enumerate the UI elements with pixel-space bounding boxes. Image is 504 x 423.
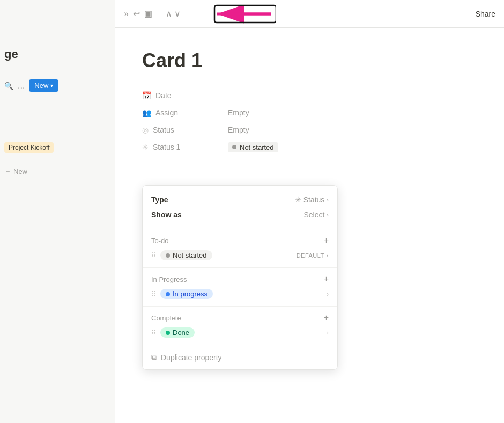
inprogress-group: In Progress + ⠿ In progress ›: [143, 268, 337, 307]
duplicate-icon: ⧉: [151, 353, 157, 362]
main-area: » ↩ ▣ ∧ ∨ Sha: [115, 0, 504, 423]
status1-icon: ✳: [142, 143, 149, 151]
status-property-dropdown: Type ✳ Status › Show as Select › To-do +: [142, 185, 338, 370]
duplicate-property-item[interactable]: ⧉ Duplicate property: [151, 349, 329, 365]
status-label-text: Status: [153, 126, 174, 134]
todo-group: To-do + ⠿ Not started DEFAULT ›: [143, 229, 337, 268]
property-assign: 👥 Assign Empty: [142, 104, 477, 121]
sidebar: ge 🔍 ... New ▾ Project Kickoff ＋ New: [0, 0, 115, 423]
new-button[interactable]: New ▾: [29, 79, 58, 92]
drag-handle-done-icon: ⠿: [151, 329, 156, 337]
inprogress-item[interactable]: ⠿ In progress ›: [143, 286, 337, 302]
show-as-value[interactable]: Select ›: [303, 210, 329, 219]
new-button-label: New: [34, 82, 48, 90]
complete-group: Complete + ⠿ Done ›: [143, 307, 337, 345]
default-chevron: ›: [327, 252, 329, 259]
status-type-icon: ✳: [295, 195, 301, 204]
done-dot: [166, 331, 170, 335]
complete-add-button[interactable]: +: [324, 313, 329, 323]
dropdown-type-section: Type ✳ Status › Show as Select ›: [143, 186, 337, 229]
complete-group-header: Complete +: [143, 311, 337, 325]
date-icon: 📅: [142, 91, 151, 100]
show-as-label: Show as: [151, 210, 182, 219]
property-date: 📅 Date: [142, 87, 477, 104]
done-pill: Done: [160, 327, 195, 338]
type-row: Type ✳ Status ›: [151, 192, 329, 207]
card-content: Card 1 📅 Date 👥 Assign Empty ◎ Status Em…: [115, 28, 504, 166]
layout-icon[interactable]: ▣: [144, 9, 152, 19]
type-value[interactable]: ✳ Status ›: [295, 195, 329, 204]
show-as-row: Show as Select ›: [151, 207, 329, 222]
project-kickoff-tag[interactable]: Project Kickoff: [4, 142, 54, 153]
sidebar-toolbar: 🔍 ... New ▾: [4, 79, 58, 92]
complete-group-label: Complete: [151, 314, 181, 322]
dropdown-footer: ⧉ Duplicate property: [143, 345, 337, 369]
sidebar-partial-title: ge: [4, 47, 18, 61]
not-started-dot: [166, 253, 170, 258]
inprogress-dot: [166, 292, 170, 296]
done-item[interactable]: ⠿ Done ›: [143, 325, 337, 340]
not-started-label: Not started: [173, 251, 207, 259]
toolbar-divider: [159, 9, 159, 19]
property-status-label: ◎ Status: [142, 126, 228, 134]
not-started-item[interactable]: ⠿ Not started DEFAULT ›: [143, 247, 337, 263]
done-label: Done: [173, 329, 189, 337]
property-status1-label: ✳ Status 1: [142, 143, 228, 151]
search-icon[interactable]: 🔍: [4, 82, 13, 90]
inprogress-pill: In progress: [160, 289, 213, 299]
type-chevron: ›: [327, 196, 329, 203]
share-button[interactable]: Share: [476, 10, 495, 18]
nav-up-icon[interactable]: ∧: [166, 9, 172, 19]
done-chevron: ›: [327, 329, 329, 337]
expand-icon[interactable]: »: [124, 9, 129, 19]
drag-handle-inprogress-icon: ⠿: [151, 290, 156, 298]
property-status1: ✳ Status 1 Not started: [142, 138, 477, 156]
type-value-text: Status: [303, 195, 325, 204]
plus-icon: ＋: [4, 166, 11, 176]
assign-icon: 👥: [142, 108, 151, 117]
status1-badge[interactable]: Not started: [228, 142, 278, 152]
property-status: ◎ Status Empty: [142, 121, 477, 138]
drag-handle-icon: ⠿: [151, 252, 156, 259]
status1-badge-text: Not started: [240, 143, 274, 151]
duplicate-property-label: Duplicate property: [161, 353, 222, 362]
default-badge: DEFAULT ›: [297, 252, 329, 259]
not-started-pill: Not started: [160, 250, 212, 260]
todo-group-label: To-do: [151, 237, 169, 245]
new-item-row[interactable]: ＋ New: [4, 166, 27, 176]
nav-down-icon[interactable]: ∨: [174, 9, 181, 19]
property-assign-label: 👥 Assign: [142, 108, 228, 117]
toolbar: » ↩ ▣ ∧ ∨ Sha: [115, 0, 504, 28]
date-label-text: Date: [155, 91, 172, 100]
new-item-label: New: [13, 167, 27, 176]
default-text: DEFAULT: [297, 252, 324, 259]
property-date-label: 📅 Date: [142, 91, 228, 100]
show-as-chevron: ›: [327, 212, 329, 218]
inprogress-add-button[interactable]: +: [324, 274, 329, 284]
todo-group-header: To-do +: [143, 234, 337, 247]
type-label: Type: [151, 195, 168, 204]
toolbar-icons: » ↩ ▣ ∧ ∨: [124, 9, 181, 19]
toolbar-nav: ∧ ∨: [166, 9, 181, 19]
todo-add-button[interactable]: +: [324, 236, 329, 245]
status1-dot: [232, 145, 236, 149]
status-icon: ◎: [142, 126, 149, 134]
assign-value[interactable]: Empty: [228, 108, 249, 117]
status-value[interactable]: Empty: [228, 126, 249, 134]
inprogress-group-label: In Progress: [151, 275, 187, 283]
new-button-chevron: ▾: [50, 83, 53, 89]
pink-arrow-annotation: [201, 2, 276, 28]
more-options-icon[interactable]: ...: [18, 81, 25, 91]
show-as-value-text: Select: [303, 210, 324, 219]
inprogress-group-header: In Progress +: [143, 272, 337, 286]
assign-label-text: Assign: [155, 108, 178, 117]
undo-icon[interactable]: ↩: [133, 9, 140, 19]
inprogress-chevron: ›: [327, 290, 329, 298]
inprogress-label: In progress: [173, 290, 207, 298]
card-title: Card 1: [142, 49, 477, 72]
status1-label-text: Status 1: [153, 143, 180, 151]
